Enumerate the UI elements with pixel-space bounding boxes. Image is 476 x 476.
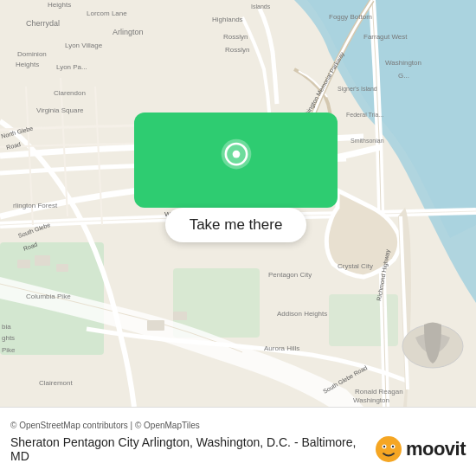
footer-bar: © OpenStreetMap contributors | © OpenMap… (0, 407, 476, 476)
svg-text:Pike: Pike (2, 346, 16, 354)
svg-text:Farragut West: Farragut West (363, 33, 408, 41)
svg-text:rlington Forest: rlington Forest (13, 202, 58, 209)
svg-text:Clairemont: Clairemont (39, 379, 73, 387)
map-attribution: © OpenStreetMap contributors | © OpenMap… (10, 421, 466, 430)
svg-rect-6 (56, 264, 68, 272)
svg-text:Signer's Island: Signer's Island (338, 86, 377, 93)
map-area: Cherrydal Dominion Heights Lyon Village … (0, 0, 476, 407)
svg-rect-7 (147, 320, 164, 331)
svg-text:Heights: Heights (48, 1, 71, 9)
svg-point-58 (383, 446, 385, 447)
svg-point-59 (392, 446, 394, 447)
svg-rect-3 (329, 294, 398, 346)
svg-rect-5 (35, 255, 50, 266)
svg-text:Clarendon: Clarendon (54, 89, 86, 97)
svg-text:Lyon Pa...: Lyon Pa... (56, 63, 87, 71)
svg-text:Smithsonian: Smithsonian (351, 138, 384, 144)
svg-text:Highlands: Highlands (212, 16, 243, 23)
moovit-logo[interactable]: moovit (375, 435, 466, 463)
svg-rect-8 (173, 312, 187, 320)
footer-bottom-row: Sheraton Pentagon City Arlington, Washin… (10, 435, 466, 463)
moovit-face-icon (375, 435, 402, 463)
svg-text:Crystal City: Crystal City (338, 262, 373, 270)
svg-text:Addison Heights: Addison Heights (277, 310, 327, 318)
svg-text:Ronald Reagan: Ronald Reagan (355, 388, 403, 396)
svg-text:ghts: ghts (2, 334, 15, 342)
svg-text:Virginia Square: Virginia Square (36, 106, 84, 114)
svg-text:Federal Tria...: Federal Tria... (346, 112, 383, 118)
take-me-there-button[interactable]: Take me there (165, 208, 307, 242)
svg-text:Rosslyn: Rosslyn (223, 33, 248, 41)
svg-text:Washington: Washington (353, 396, 389, 404)
svg-point-55 (376, 436, 402, 462)
svg-rect-4 (17, 260, 30, 268)
location-name: Sheraton Pentagon City Arlington, Washin… (10, 435, 375, 463)
svg-text:Pentagon City: Pentagon City (268, 271, 312, 279)
svg-text:G...: G... (398, 72, 409, 80)
svg-text:Dominion: Dominion (17, 50, 47, 58)
svg-text:Foggy Bottom: Foggy Bottom (329, 13, 372, 21)
svg-text:Lorcom Lane: Lorcom Lane (87, 10, 127, 17)
svg-text:Washington: Washington (385, 59, 421, 67)
svg-text:Lyon Village: Lyon Village (65, 42, 103, 49)
map-background: Cherrydal Dominion Heights Lyon Village … (0, 0, 476, 407)
svg-text:bia: bia (2, 323, 11, 331)
svg-text:Heights: Heights (16, 61, 39, 68)
svg-text:Aurora Hills: Aurora Hills (264, 344, 299, 352)
moovit-wordmark: moovit (406, 438, 466, 460)
svg-text:Islands: Islands (251, 3, 271, 10)
svg-text:Arlington: Arlington (113, 28, 144, 36)
svg-text:Cherrydal: Cherrydal (26, 19, 60, 28)
svg-text:Rosslyn: Rosslyn (225, 46, 249, 54)
svg-text:Columbia Pike: Columbia Pike (26, 293, 71, 300)
